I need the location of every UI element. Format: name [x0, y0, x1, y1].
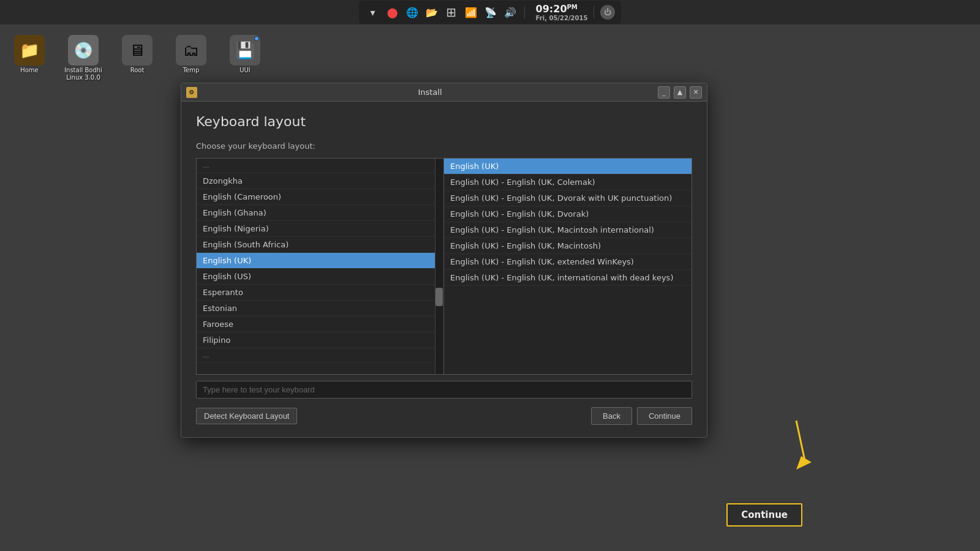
- continue-highlight-label: Continue: [741, 509, 788, 520]
- install-icon-label: Install Bodhi Linux 3.0.0: [64, 67, 102, 81]
- install-icon: 💿: [68, 35, 99, 66]
- window-app-icon: ⚙: [186, 87, 197, 98]
- window-titlebar: ⚙ Install _ ▲ ✕: [181, 83, 707, 102]
- bottom-bar: Detect Keyboard Layout Back Continue: [196, 407, 692, 425]
- clock-time: 09:20: [536, 3, 567, 15]
- desktop-icon-uui[interactable]: 💾 UUI: [221, 32, 270, 84]
- subtitle: Choose your keyboard layout:: [196, 141, 692, 151]
- volume-icon[interactable]: 🔊: [502, 4, 518, 20]
- keyboard-test-input[interactable]: [196, 381, 692, 399]
- desktop-icon-temp[interactable]: 🗂 Temp: [167, 32, 216, 84]
- variant-item-selected[interactable]: English (UK): [444, 159, 692, 174]
- variant-item[interactable]: English (UK) - English (UK, extended Win…: [444, 254, 692, 270]
- clock-date: Fri, 05/22/2015: [536, 15, 588, 21]
- separator: [524, 6, 525, 18]
- continue-highlight-box[interactable]: Continue: [726, 503, 802, 527]
- menu-icon[interactable]: ▾: [365, 4, 381, 20]
- temp-icon-label: Temp: [183, 67, 200, 74]
- uui-icon-label: UUI: [239, 67, 251, 74]
- window-controls: _ ▲ ✕: [658, 86, 702, 99]
- variant-item[interactable]: English (UK) - English (UK, internationa…: [444, 270, 692, 286]
- stop-icon[interactable]: ⬤: [385, 4, 401, 20]
- desktop: ▾ ⬤ 🌐 📂 ⊞ 📶 📡 🔊 09:20PM Fri, 05/22/2015 …: [0, 0, 980, 551]
- list-item[interactable]: English (US): [197, 269, 443, 285]
- detect-keyboard-button[interactable]: Detect Keyboard Layout: [196, 408, 297, 424]
- page-title: Keyboard layout: [196, 114, 692, 129]
- files-icon[interactable]: 📂: [424, 4, 440, 20]
- variant-item[interactable]: English (UK) - English (UK, Macintosh): [444, 238, 692, 254]
- language-scrollbar[interactable]: [435, 159, 443, 374]
- network-icon[interactable]: 📡: [483, 4, 499, 20]
- list-item[interactable]: English (Nigeria): [197, 221, 443, 237]
- taskbar-center: ▾ ⬤ 🌐 📂 ⊞ 📶 📡 🔊 09:20PM Fri, 05/22/2015 …: [359, 1, 622, 24]
- windows-icon[interactable]: ⊞: [443, 4, 459, 20]
- power-button[interactable]: ⏻: [600, 5, 615, 20]
- separator2: [594, 6, 594, 18]
- notification-dot: [254, 36, 259, 41]
- taskbar: ▾ ⬤ 🌐 📂 ⊞ 📶 📡 🔊 09:20PM Fri, 05/22/2015 …: [0, 0, 980, 24]
- install-window: ⚙ Install _ ▲ ✕ Keyboard layout Choose y…: [181, 83, 707, 438]
- home-icon-label: Home: [20, 67, 39, 74]
- svg-marker-1: [796, 456, 812, 470]
- desktop-icon-home[interactable]: 📁 Home: [5, 32, 54, 84]
- back-button[interactable]: Back: [591, 407, 632, 425]
- list-item[interactable]: ...: [197, 159, 443, 173]
- continue-button[interactable]: Continue: [637, 407, 692, 425]
- uui-icon: 💾: [230, 35, 260, 66]
- root-icon-label: Root: [130, 67, 145, 74]
- list-item[interactable]: Estonian: [197, 301, 443, 317]
- arrow-svg: [747, 414, 821, 476]
- arrow-annotation: [747, 414, 821, 478]
- variant-item[interactable]: English (UK) - English (UK, Dvorak): [444, 206, 692, 222]
- window-content: Keyboard layout Choose your keyboard lay…: [181, 102, 707, 437]
- variant-item[interactable]: English (UK) - English (UK, Colemak): [444, 174, 692, 190]
- root-icon: 🖥: [122, 35, 153, 66]
- variant-list: English (UK) English (UK) - English (UK,…: [444, 159, 692, 374]
- list-item[interactable]: English (Ghana): [197, 205, 443, 221]
- list-item[interactable]: English (Cameroon): [197, 189, 443, 205]
- list-item[interactable]: Filipino: [197, 332, 443, 348]
- wifi-icon[interactable]: 📶: [463, 4, 479, 20]
- language-list-container: ... Dzongkha English (Cameroon) English …: [196, 158, 444, 375]
- variant-item[interactable]: English (UK) - English (UK, Macintosh in…: [444, 222, 692, 238]
- home-icon: 📁: [14, 35, 45, 66]
- clock: 09:20PM Fri, 05/22/2015: [536, 3, 588, 21]
- variant-list-container: English (UK) English (UK) - English (UK,…: [444, 158, 692, 375]
- list-item[interactable]: English (South Africa): [197, 237, 443, 253]
- list-item[interactable]: Dzongkha: [197, 173, 443, 189]
- globe-icon[interactable]: 🌐: [404, 4, 420, 20]
- list-item[interactable]: Esperanto: [197, 285, 443, 301]
- clock-ampm: PM: [567, 4, 578, 10]
- minimize-button[interactable]: _: [658, 86, 670, 99]
- variant-item[interactable]: English (UK) - English (UK, Dvorak with …: [444, 190, 692, 206]
- language-scroll-thumb[interactable]: [435, 288, 443, 306]
- temp-icon: 🗂: [176, 35, 206, 66]
- window-title: Install: [202, 88, 658, 97]
- list-item[interactable]: ...: [197, 348, 443, 363]
- maximize-button[interactable]: ▲: [674, 86, 686, 99]
- svg-line-0: [796, 421, 805, 463]
- list-item-selected[interactable]: English (UK): [197, 253, 443, 269]
- desktop-icon-root[interactable]: 🖥 Root: [113, 32, 162, 84]
- desktop-icons-area: 📁 Home 💿 Install Bodhi Linux 3.0.0 🖥 Roo…: [0, 28, 274, 89]
- list-item[interactable]: Faroese: [197, 317, 443, 332]
- layout-lists: ... Dzongkha English (Cameroon) English …: [196, 158, 692, 375]
- desktop-icon-install[interactable]: 💿 Install Bodhi Linux 3.0.0: [59, 32, 108, 84]
- close-button[interactable]: ✕: [690, 86, 702, 99]
- language-list: ... Dzongkha English (Cameroon) English …: [197, 159, 443, 374]
